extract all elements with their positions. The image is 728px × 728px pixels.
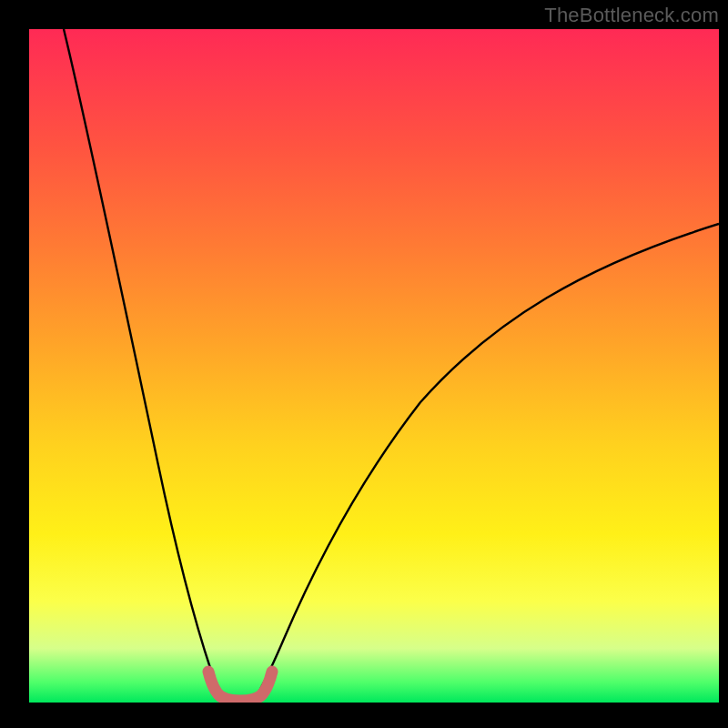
bottleneck-curve-right [253,224,719,703]
chart-frame: TheBottleneck.com [0,0,728,728]
bottleneck-curve-left [64,29,228,703]
trough-marker [208,672,272,701]
plot-area [29,29,719,703]
curve-layer [29,29,719,703]
watermark-label: TheBottleneck.com [544,4,719,27]
